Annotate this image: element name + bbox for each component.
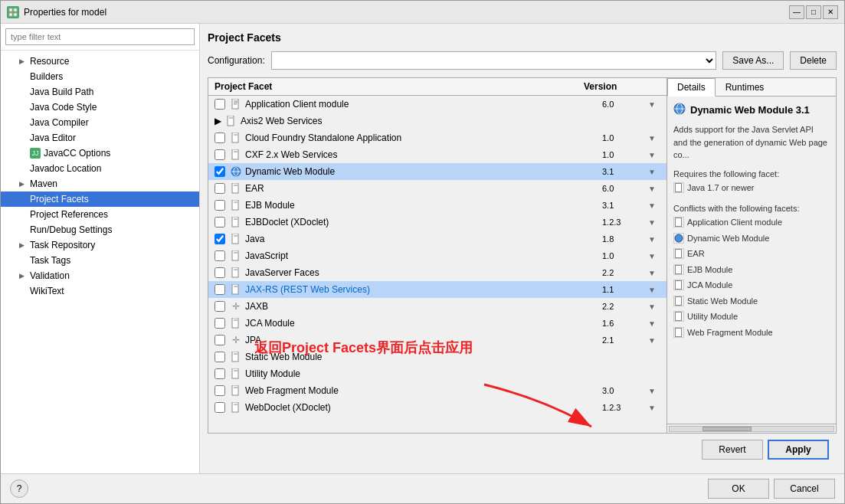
facet-checkbox[interactable] xyxy=(215,183,225,194)
facet-row[interactable]: Web Fragment Module 3.0 ▼ xyxy=(208,382,667,399)
facet-checkbox[interactable] xyxy=(215,335,225,345)
dropdown-icon[interactable]: ▼ xyxy=(648,218,660,227)
maximize-button[interactable]: □ xyxy=(806,5,821,19)
sidebar-item-java-compiler[interactable]: Java Compiler xyxy=(1,115,199,130)
filter-input[interactable] xyxy=(5,28,195,45)
facet-row-dynamic-web[interactable]: Dynamic Web Module 3.1 ▼ xyxy=(208,163,667,180)
dropdown-icon[interactable]: ▼ xyxy=(648,201,660,210)
facet-row[interactable]: ✛ JAXB 2.2 ▼ xyxy=(208,298,667,315)
scrollbar-thumb[interactable] xyxy=(703,427,752,431)
facet-row[interactable]: JCA Module 1.6 ▼ xyxy=(208,315,667,332)
apply-button[interactable]: Apply xyxy=(768,440,829,460)
facet-checkbox[interactable] xyxy=(215,149,225,160)
svg-rect-21 xyxy=(232,217,238,227)
sidebar-item-java-code-style[interactable]: Java Code Style xyxy=(1,100,199,115)
facet-row[interactable]: ✛ JPA 2.1 ▼ xyxy=(208,332,667,349)
facet-checkbox[interactable] xyxy=(215,133,225,143)
dropdown-icon[interactable]: ▼ xyxy=(648,387,660,395)
sidebar-item-javacc-options[interactable]: JJ JavaCC Options xyxy=(1,146,199,161)
sidebar-item-run-debug-settings[interactable]: Run/Debug Settings xyxy=(1,222,199,237)
help-button[interactable]: ? xyxy=(10,479,28,498)
expand-arrow xyxy=(19,211,27,218)
cancel-button[interactable]: Cancel xyxy=(774,479,835,499)
sidebar-item-maven[interactable]: ▶ Maven xyxy=(1,176,199,191)
ok-button[interactable]: OK xyxy=(708,479,769,499)
close-button[interactable]: ✕ xyxy=(823,5,838,19)
facet-version: 1.0 xyxy=(602,150,648,159)
dropdown-icon[interactable]: ▼ xyxy=(648,151,660,159)
facet-checkbox[interactable] xyxy=(215,234,225,244)
facet-row[interactable]: JavaServer Faces 2.2 ▼ xyxy=(208,264,667,281)
facet-row[interactable]: WebDoclet (XDoclet) 1.2.3 ▼ xyxy=(208,399,667,416)
page-icon xyxy=(673,264,684,275)
facet-row[interactable]: EAR 6.0 ▼ xyxy=(208,180,667,197)
dropdown-icon[interactable]: ▼ xyxy=(648,286,660,294)
facet-checkbox[interactable] xyxy=(215,368,225,379)
sidebar-item-project-facets[interactable]: Project Facets xyxy=(1,191,199,207)
revert-button[interactable]: Revert xyxy=(702,440,763,460)
facet-checkbox[interactable] xyxy=(215,284,225,295)
facet-row[interactable]: Application Client module 6.0 ▼ xyxy=(208,96,667,113)
facet-row[interactable]: Cloud Foundry Standalone Application 1.0… xyxy=(208,129,667,146)
svg-rect-33 xyxy=(232,352,238,362)
title-bar-left: Properties for model xyxy=(7,6,106,18)
facet-row-java[interactable]: Java 1.8 ▼ xyxy=(208,231,667,247)
facet-row[interactable]: ▶ Axis2 Web Services xyxy=(208,113,667,129)
facet-checkbox[interactable] xyxy=(215,200,225,211)
page-icon xyxy=(673,296,684,306)
facet-row[interactable]: EJBDoclet (XDoclet) 1.2.3 ▼ xyxy=(208,214,667,231)
bottom-section: ? OK Cancel xyxy=(1,473,844,503)
facet-checkbox[interactable] xyxy=(215,166,225,177)
sidebar-item-project-references[interactable]: Project References xyxy=(1,207,199,222)
facet-row-jaxrs[interactable]: JAX-RS (REST Web Services) 1.1 ▼ xyxy=(208,281,667,298)
dropdown-icon[interactable]: ▼ xyxy=(648,235,660,244)
facet-checkbox[interactable] xyxy=(215,385,225,396)
tab-runtimes[interactable]: Runtimes xyxy=(716,78,775,96)
dropdown-icon[interactable]: ▼ xyxy=(648,404,660,412)
facet-checkbox[interactable] xyxy=(215,99,225,110)
facet-row[interactable]: JavaScript 1.0 ▼ xyxy=(208,247,667,264)
facet-row[interactable]: EJB Module 3.1 ▼ xyxy=(208,197,667,214)
horizontal-scrollbar[interactable] xyxy=(667,424,836,433)
dropdown-icon[interactable]: ▼ xyxy=(648,303,660,311)
conflicts-item-7: Utility Module xyxy=(673,309,830,325)
sidebar-item-java-editor[interactable]: Java Editor xyxy=(1,130,199,146)
facet-checkbox[interactable] xyxy=(215,352,225,362)
dropdown-icon[interactable]: ▼ xyxy=(648,185,660,193)
facet-row[interactable]: CXF 2.x Web Services 1.0 ▼ xyxy=(208,146,667,163)
dropdown-icon[interactable]: ▼ xyxy=(648,319,660,328)
dropdown-icon[interactable]: ▼ xyxy=(648,100,660,109)
facet-checkbox[interactable] xyxy=(215,318,225,329)
config-label: Configuration: xyxy=(208,55,265,66)
dropdown-icon[interactable]: ▼ xyxy=(648,134,660,142)
facet-checkbox[interactable] xyxy=(215,267,225,278)
facet-row[interactable]: Static Web Module xyxy=(208,349,667,365)
facet-checkbox[interactable] xyxy=(215,301,225,312)
delete-button[interactable]: Delete xyxy=(790,51,837,70)
sidebar-item-validation[interactable]: ▶ Validation xyxy=(1,268,199,283)
dropdown-icon[interactable]: ▼ xyxy=(648,269,660,277)
facet-checkbox[interactable] xyxy=(215,250,225,261)
conflict-name: JCA Module xyxy=(687,279,732,292)
minimize-button[interactable]: — xyxy=(789,5,804,19)
save-as-button[interactable]: Save As... xyxy=(722,51,784,70)
sidebar-item-task-tags[interactable]: Task Tags xyxy=(1,253,199,268)
sidebar-item-java-build-path[interactable]: Java Build Path xyxy=(1,84,199,100)
tab-details[interactable]: Details xyxy=(667,78,716,97)
dropdown-icon[interactable]: ▼ xyxy=(648,252,660,260)
svg-rect-27 xyxy=(232,267,238,277)
facet-checkbox[interactable] xyxy=(215,402,225,413)
dropdown-icon[interactable]: ▼ xyxy=(648,336,660,345)
page-icon xyxy=(673,280,684,290)
sidebar-item-builders[interactable]: Builders xyxy=(1,69,199,84)
sidebar-item-resource[interactable]: ▶ Resource xyxy=(1,54,199,69)
sidebar-item-wikitext[interactable]: WikiText xyxy=(1,283,199,299)
window-title: Properties for model xyxy=(24,7,106,18)
config-select[interactable] xyxy=(271,51,717,70)
sidebar-item-javadoc-location[interactable]: Javadoc Location xyxy=(1,161,199,176)
expand-icon[interactable]: ▶ xyxy=(215,116,225,126)
dropdown-icon[interactable]: ▼ xyxy=(648,168,660,176)
facet-checkbox[interactable] xyxy=(215,217,225,227)
facet-row-utility-module[interactable]: Utility Module xyxy=(208,365,667,382)
sidebar-item-task-repository[interactable]: ▶ Task Repository xyxy=(1,237,199,253)
